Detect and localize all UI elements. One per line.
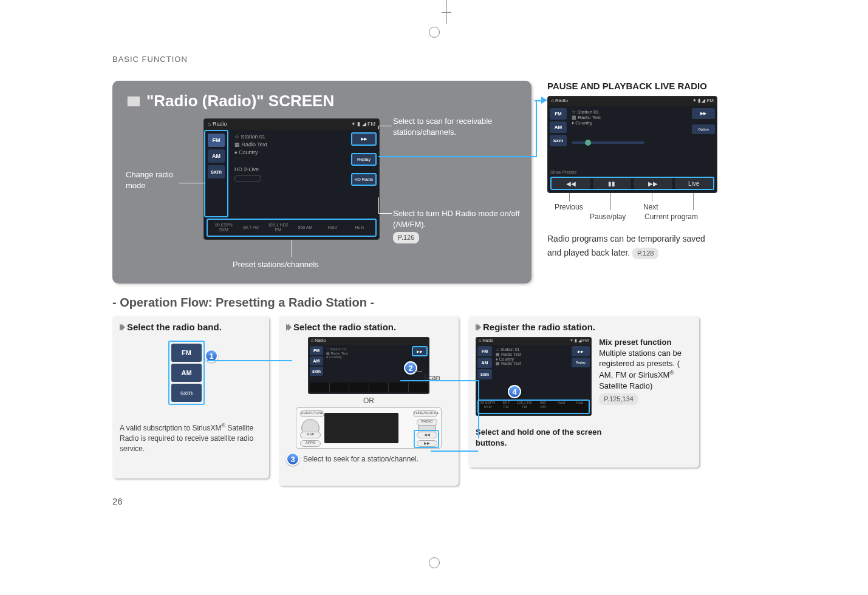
panel-title: "Radio (Radio)" SCREEN <box>127 92 517 110</box>
register-screen-mock: ⌂ Radio✶ ▮ ◢ FM FM AM sxm ☆ Station 01▦ … <box>476 337 592 416</box>
sirius-note: A valid subscription to SiriusXM® Satell… <box>120 422 262 454</box>
flow-card-band: Select the radio band. FM AM sxm 1 A val… <box>112 316 269 478</box>
section-header: BASIC FUNCTION <box>112 55 756 64</box>
hardware-panel: AUDIO/TUNE MAP APPS TUNE/SCROLL RADIO ◀◀… <box>296 407 442 449</box>
mix-preset-text: Mix preset function Multiple stations ca… <box>599 337 692 416</box>
next-button[interactable]: ▶▶ <box>634 178 672 189</box>
callout-change-mode: Change radio mode <box>126 169 193 191</box>
seek-highlight <box>414 430 439 448</box>
chevron-icon <box>120 324 123 331</box>
radio-screen-panel: "Radio (Radio)" SCREEN ⌂ Radio ✶ ▮ ◢ FM … <box>112 81 531 284</box>
panel-title-text: "Radio (Radio)" SCREEN <box>146 92 334 110</box>
preset-row[interactable]: 99 ESPN SXM 89.7 FM 105.1 HD2 FM 950 AM … <box>207 219 377 237</box>
station-info: ☆ Station 01 ▦ Radio Text ♦ Country HD 2… <box>228 130 349 217</box>
page-number: 26 <box>112 496 123 506</box>
callout-hd: Select to turn HD Radio mode on/off (AM/… <box>393 208 521 243</box>
pause-play-button[interactable]: ▮▮ <box>593 178 632 189</box>
screen-status-title: Radio <box>213 121 227 127</box>
step-2-badge: 2 <box>404 361 417 375</box>
page-ref-mix: P.125,134 <box>599 393 638 405</box>
flow-card-register: Register the radio station. ⌂ Radio✶ ▮ ◢… <box>468 316 699 467</box>
step-3-badge: 3 <box>286 452 299 466</box>
callout-presets: Preset stations/channels <box>233 259 319 270</box>
flow-card-station: Select the radio station. ⌂ Radio FM AM … <box>279 316 459 486</box>
mode-fm[interactable]: FM <box>208 134 225 147</box>
playback-controls[interactable]: ◀◀ ▮▮ ▶▶ Live <box>550 177 714 190</box>
side-note: Radio programs can be temporarily saved … <box>547 233 717 259</box>
page-ref-hd: P.126 <box>393 232 419 243</box>
side-title: PAUSE AND PLAYBACK LIVE RADIO <box>547 81 754 91</box>
callout-scan: Select to scan for receivable stations/c… <box>393 116 508 137</box>
prev-button[interactable]: ◀◀ <box>552 178 590 189</box>
band-fm[interactable]: FM <box>171 344 202 362</box>
mode-sxm[interactable]: sxm <box>208 165 225 178</box>
hw-screen <box>324 413 398 443</box>
radio-screen-mock: ⌂ Radio ✶ ▮ ◢ FM FM AM sxm ☆ Station 01 … <box>203 118 380 240</box>
or-label: OR <box>286 396 451 405</box>
seek-note: Select to seek for a station/channel. <box>303 454 419 464</box>
side-screen-mock: ⌂ Radio ✶ ▮ ◢ FM FM AM sxm ☆ Station 01 … <box>547 96 717 193</box>
band-am[interactable]: AM <box>171 364 202 382</box>
label-next: Next <box>643 203 658 211</box>
status-icons: ✶ ▮ ◢ FM <box>351 121 376 128</box>
op-flow-title: - Operation Flow: Presetting a Radio Sta… <box>112 296 756 310</box>
live-button[interactable]: Live <box>675 178 714 189</box>
step-4-badge: 4 <box>508 385 521 398</box>
label-current: Current program <box>644 212 698 221</box>
label-previous: Previous <box>555 203 583 211</box>
sound-pill <box>234 175 261 182</box>
pause-playback-section: PAUSE AND PLAYBACK LIVE RADIO ⌂ Radio ✶ … <box>547 81 754 259</box>
radio-mode-column[interactable]: FM AM sxm <box>204 130 228 217</box>
chevron-icon <box>476 324 479 331</box>
hold-note: Select and hold one of the screen button… <box>476 427 603 448</box>
band-sxm[interactable]: sxm <box>171 384 202 402</box>
scan-button[interactable]: ▶▶ <box>351 132 377 146</box>
chevron-icon <box>286 324 290 331</box>
label-pause-play: Pause/play <box>590 212 626 221</box>
mini-scan-button[interactable]: ▶▶ <box>412 346 428 356</box>
arrow-icon <box>541 97 547 104</box>
replay-button[interactable]: Replay <box>351 153 377 166</box>
page-ref-side: P.128 <box>632 248 658 259</box>
radio-icon <box>127 96 140 107</box>
hdradio-button[interactable]: HD Radio <box>351 173 377 186</box>
band-column[interactable]: FM AM sxm <box>168 341 205 405</box>
preset-hold-row[interactable]: 99 ESPNSXM 89.7FM 105.1 HDFM 950AM Hold … <box>477 399 590 414</box>
mode-am[interactable]: AM <box>208 149 225 163</box>
